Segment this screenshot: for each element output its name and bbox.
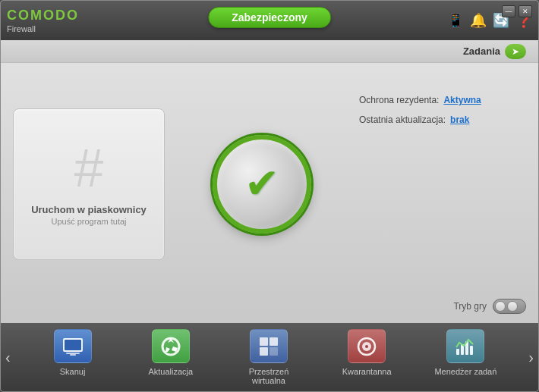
quarantine-icon-box	[348, 329, 386, 363]
virtual-icon	[257, 335, 280, 358]
update-label: Ostatnia aktualizacja:	[359, 114, 446, 125]
sandbox-icon: #	[74, 142, 104, 195]
svg-point-11	[365, 345, 368, 348]
quarantine-label: Kwarantanna	[342, 367, 392, 376]
virtual-icon-box	[250, 329, 288, 363]
update-icon	[159, 335, 182, 358]
shield-circle: ✔	[213, 135, 311, 234]
tasks-icon-box	[446, 329, 484, 363]
update-icon-box	[152, 329, 190, 363]
minimize-button[interactable]: —	[502, 5, 515, 17]
window-controls: — ✕	[502, 5, 532, 17]
nav-item-virtual[interactable]: Przestrzeńwirtualna	[238, 329, 299, 385]
check-icon: ✔	[244, 163, 279, 205]
game-mode-bar: Tryb gry	[13, 296, 526, 314]
svg-rect-1	[65, 340, 81, 350]
protection-value[interactable]: Aktywna	[443, 95, 481, 105]
svg-rect-3	[70, 354, 76, 356]
sandbox-subtitle: Upuść program tutaj	[51, 217, 126, 226]
svg-rect-7	[260, 347, 268, 356]
status-area: Zabezpieczony	[208, 7, 331, 28]
tasks-arrow-button[interactable]: ➤	[505, 44, 526, 59]
scan-icon-box	[54, 329, 92, 363]
close-button[interactable]: ✕	[519, 5, 532, 17]
update-value[interactable]: brak	[450, 114, 469, 125]
nav-item-update[interactable]: Aktualizacja	[140, 329, 201, 385]
nav-item-scan[interactable]: Skanuj	[43, 329, 103, 385]
mobile-icon[interactable]: 📱	[447, 12, 464, 29]
toggle-dot-2	[507, 301, 518, 312]
bottom-nav: ‹ Skanuj	[1, 323, 538, 391]
tasks-manager-label: Menedżer zadań	[434, 367, 496, 376]
tasks-bar: Zadania ➤	[1, 40, 538, 63]
nav-item-tasks[interactable]: Menedżer zadań	[434, 329, 496, 385]
svg-rect-8	[270, 347, 278, 356]
shield-area: ✔	[172, 135, 351, 234]
sandbox-title: Uruchom w piaskownicy	[31, 204, 147, 215]
status-badge: Zabezpieczony	[208, 7, 331, 28]
tasks-icon	[454, 335, 477, 358]
info-area: Ochrona rezydenta: Aktywna Ostatnia aktu…	[359, 95, 526, 125]
update-label: Aktualizacja	[148, 367, 193, 376]
nav-right-arrow[interactable]: ›	[528, 349, 534, 366]
content-row: # Uruchom w piaskownicy Upuść program tu…	[13, 72, 526, 296]
nav-left-arrow[interactable]: ‹	[5, 349, 11, 366]
main-content: # Uruchom w piaskownicy Upuść program tu…	[1, 63, 538, 323]
nav-item-quarantine[interactable]: Kwarantanna	[336, 329, 397, 385]
tasks-label: Zadania	[463, 45, 500, 57]
main-window: COMODO Firewall Zabezpieczony 📱 🔔 🔄 ❓ — …	[0, 0, 539, 392]
sandbox-area[interactable]: # Uruchom w piaskownicy Upuść program tu…	[13, 108, 165, 260]
scan-label: Skanuj	[60, 367, 86, 376]
protection-label: Ochrona rezydenta:	[359, 95, 439, 105]
update-row: Ostatnia aktualizacja: brak	[359, 114, 526, 125]
game-mode-toggle[interactable]	[493, 299, 526, 314]
svg-rect-5	[260, 337, 268, 346]
virtual-label: Przestrzeńwirtualna	[249, 367, 289, 385]
scan-icon	[61, 335, 84, 358]
svg-rect-2	[66, 353, 80, 354]
svg-rect-12	[456, 349, 459, 355]
svg-rect-15	[470, 346, 473, 355]
nav-items: Skanuj Aktualizacja	[24, 329, 515, 385]
logo-text: COMODO	[7, 8, 79, 24]
toggle-dot-1	[495, 301, 506, 312]
bell-icon[interactable]: 🔔	[470, 12, 487, 29]
app-subtitle: Firewall	[7, 24, 79, 33]
title-bar: COMODO Firewall Zabezpieczony 📱 🔔 🔄 ❓ — …	[1, 1, 538, 40]
protection-row: Ochrona rezydenta: Aktywna	[359, 95, 526, 105]
svg-rect-6	[270, 337, 278, 346]
game-mode-label: Tryb gry	[453, 301, 487, 312]
quarantine-icon	[355, 335, 378, 358]
logo-area: COMODO Firewall	[7, 8, 79, 33]
